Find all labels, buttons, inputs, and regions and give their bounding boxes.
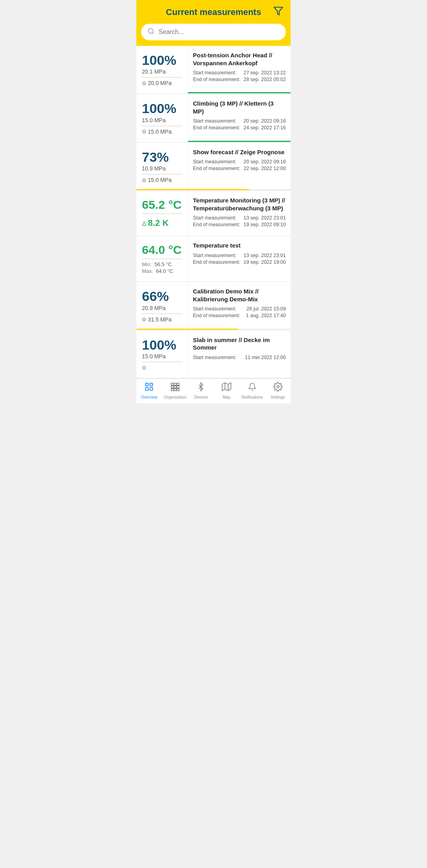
- measurement-card[interactable]: 100% 15.0 MPa ⊙ Slab in summer // Decke …: [136, 331, 291, 378]
- nav-item-notifications[interactable]: Notifications: [241, 382, 263, 399]
- svg-rect-11: [174, 386, 176, 388]
- end-measurement-row: End of measurement: 28 sep. 2022 05:02: [193, 77, 286, 82]
- end-date: 19 sep. 2022 19:00: [244, 259, 286, 265]
- nav-item-overview[interactable]: Overview: [138, 382, 160, 399]
- start-measurement-row: Start measurement: 26 jul. 2022 15:09: [193, 306, 286, 312]
- measurement-card[interactable]: 64.0 °C Min: 56.5 °C Max: 64.0 °C Temper…: [136, 236, 291, 281]
- end-label: End of measurement:: [193, 166, 240, 171]
- end-date: 1 aug. 2022 17:40: [246, 313, 286, 318]
- target-icon: ⊙: [142, 365, 146, 371]
- end-measurement-row: End of measurement: 19 sep. 2022 19:00: [193, 259, 286, 265]
- svg-rect-3: [145, 383, 148, 386]
- nav-item-organisation[interactable]: Organisation: [164, 382, 187, 399]
- app-header: Current measurements: [136, 0, 291, 24]
- start-measurement-row: Start measurement: 20 sep. 2022 09:16: [193, 159, 286, 165]
- settings-icon: [273, 382, 283, 394]
- percentage-value: 66%: [142, 289, 169, 304]
- end-measurement-row: End of measurement: 24 sep. 2022 17:16: [193, 125, 286, 130]
- card-left: 64.0 °C Min: 56.5 °C Max: 64.0 °C: [136, 236, 188, 281]
- nav-item-devices[interactable]: Devices: [190, 382, 212, 399]
- card-title: Calibration Demo Mix // Kalibrierung Dem…: [193, 287, 286, 303]
- page-title: Current measurements: [166, 7, 261, 17]
- nav-label-notifications: Notifications: [242, 395, 263, 399]
- svg-point-1: [148, 28, 153, 33]
- nav-label-organisation: Organisation: [164, 395, 187, 399]
- target-mpa: ⊙ 15.0 MPa: [142, 129, 172, 135]
- end-date: 24 sep. 2022 17:16: [244, 125, 286, 130]
- card-right: Post-tension Anchor Head // Vorspannen A…: [188, 46, 291, 93]
- measurement-card[interactable]: 100% 15.0 MPa ⊙ 15.0 MPa Climbing (3 MP)…: [136, 94, 291, 142]
- target-mpa: ⊙ 31.5 MPa: [142, 316, 172, 323]
- nav-label-map: Map: [223, 395, 230, 399]
- svg-rect-8: [174, 383, 176, 385]
- card-left: 73% 10.9 MPa ⊙ 15.0 MPa: [136, 143, 188, 190]
- overview-icon: [144, 382, 154, 394]
- svg-marker-0: [274, 7, 283, 15]
- target-mpa: ⊙ 20.0 MPa: [142, 80, 172, 86]
- card-right: Temperature Monitoring (3 MP) // Tempera…: [188, 191, 291, 235]
- svg-rect-12: [177, 386, 179, 388]
- bluetooth-icon: [196, 382, 205, 394]
- card-right: Temperature test Start measurement: 13 s…: [188, 236, 291, 281]
- map-icon: [222, 382, 231, 394]
- start-date: 13 sep. 2022 23:01: [244, 215, 286, 221]
- target-mpa: ⊙: [142, 365, 146, 371]
- svg-rect-5: [145, 388, 148, 390]
- notifications-icon: [248, 382, 257, 394]
- start-label: Start measurement:: [193, 355, 236, 360]
- nav-label-settings: Settings: [270, 395, 285, 399]
- start-label: Start measurement:: [193, 215, 236, 221]
- mpa-value: 15.0 MPa: [142, 353, 166, 359]
- card-title: Show forecast // Zeige Prognose: [193, 148, 286, 156]
- target-icon: ⊙: [142, 316, 146, 322]
- measurement-card[interactable]: 65.2 °C △ 8.2 K Temperature Monitoring (…: [136, 191, 291, 235]
- card-right: Show forecast // Zeige Prognose Start me…: [188, 143, 291, 190]
- start-label: Start measurement:: [193, 159, 236, 165]
- nav-item-settings[interactable]: Settings: [267, 382, 289, 399]
- end-label: End of measurement:: [193, 259, 240, 265]
- target-mpa: ⊙ 15.0 MPa: [142, 177, 172, 183]
- mpa-value: 20.9 MPa: [142, 305, 166, 311]
- card-title: Post-tension Anchor Head // Vorspannen A…: [193, 51, 286, 67]
- svg-point-19: [277, 386, 279, 388]
- card-title: Slab in summer // Decke im Sommer: [193, 336, 286, 352]
- search-input[interactable]: [159, 28, 280, 36]
- card-left: 100% 15.0 MPa ⊙: [136, 331, 188, 378]
- measurement-card[interactable]: 73% 10.9 MPa ⊙ 15.0 MPa Show forecast //…: [136, 143, 291, 190]
- search-bar: [136, 24, 291, 46]
- end-measurement-row: End of measurement: 1 aug. 2022 17:40: [193, 313, 286, 318]
- svg-rect-7: [171, 383, 174, 385]
- start-date: 20 sep. 2022 09:16: [244, 159, 286, 165]
- start-date: 20 sep. 2022 09:16: [244, 118, 286, 124]
- svg-rect-9: [177, 383, 179, 385]
- card-title: Temperature test: [193, 242, 286, 250]
- end-measurement-row: End of measurement: 22 sep. 2022 12:00: [193, 166, 286, 171]
- end-date: 28 sep. 2022 05:02: [244, 77, 286, 82]
- start-label: Start measurement:: [193, 70, 236, 76]
- card-left: 100% 20.1 MPa ⊙ 20.0 MPa: [136, 46, 188, 93]
- card-right: Slab in summer // Decke im Sommer Start …: [188, 331, 291, 378]
- svg-rect-15: [177, 389, 179, 391]
- svg-rect-13: [171, 389, 174, 391]
- search-input-wrapper: [141, 24, 286, 40]
- filter-icon[interactable]: [273, 6, 283, 18]
- measurement-card[interactable]: 66% 20.9 MPa ⊙ 31.5 MPa Calibration Demo…: [136, 282, 291, 329]
- svg-rect-10: [171, 386, 174, 388]
- end-date: 19 sep. 2022 09:10: [244, 222, 286, 227]
- measurement-card[interactable]: 100% 20.1 MPa ⊙ 20.0 MPa Post-tension An…: [136, 46, 291, 93]
- card-right: Calibration Demo Mix // Kalibrierung Dem…: [188, 282, 291, 329]
- svg-line-2: [152, 32, 153, 34]
- temp-value: 64.0 °C: [142, 243, 181, 256]
- nav-item-map[interactable]: Map: [216, 382, 238, 399]
- card-right: Climbing (3 MP) // Klettern (3 MP) Start…: [188, 94, 291, 142]
- start-measurement-row: Start measurement: 13 sep. 2022 23:01: [193, 253, 286, 258]
- max-label: Max: 64.0 °C: [142, 268, 173, 274]
- temp-diff: △ 8.2 K: [142, 218, 169, 228]
- percentage-value: 100%: [142, 101, 176, 116]
- card-left: 66% 20.9 MPa ⊙ 31.5 MPa: [136, 282, 188, 329]
- nav-label-overview: Overview: [141, 395, 158, 399]
- start-date: 26 jul. 2022 15:09: [247, 306, 286, 312]
- organisation-icon: [170, 382, 180, 394]
- card-left: 65.2 °C △ 8.2 K: [136, 191, 188, 235]
- target-icon: ⊙: [142, 129, 146, 134]
